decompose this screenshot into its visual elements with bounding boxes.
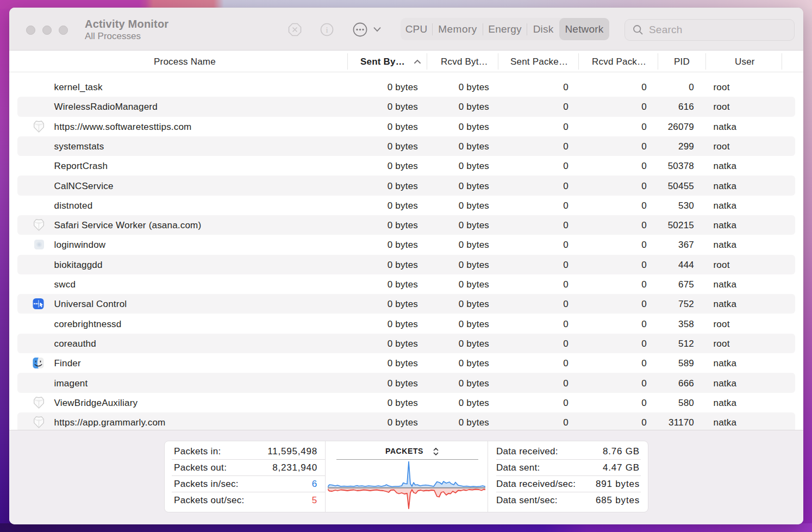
svg-text:i: i [326,26,328,34]
